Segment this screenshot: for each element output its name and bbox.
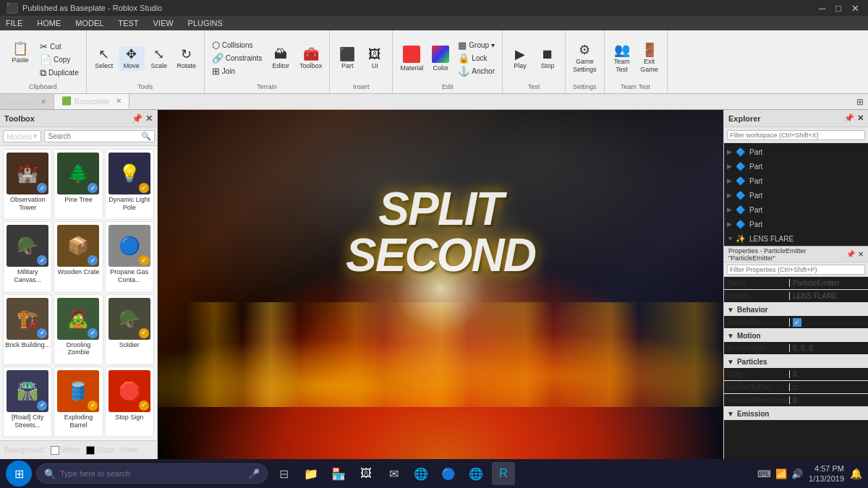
prop-section[interactable]: ▼ Emission [724, 407, 868, 420]
toolbox-item[interactable]: 🛢️ ✓ Exploding Barrel [54, 367, 103, 437]
tree-expand-icon[interactable]: ▶ [727, 221, 736, 228]
menu-test[interactable]: TEST [115, 19, 141, 27]
toolbox-pin-icon[interactable]: 📌 [132, 114, 142, 124]
toolbox-item[interactable]: 🛣️ ✓ [Road] City Streets... [3, 367, 52, 437]
team-test-button[interactable]: 👥 TeamTest [609, 42, 635, 75]
tree-expand-icon[interactable]: ▶ [727, 206, 736, 213]
editor-button[interactable]: 🏔 Editor [268, 46, 294, 71]
ui-button[interactable]: 🖼 UI [362, 46, 388, 71]
anchor-button[interactable]: ⚓ Anchor [455, 65, 498, 77]
copy-button[interactable]: 📄 Copy [37, 53, 82, 66]
expand-icon[interactable]: ⊞ [856, 97, 864, 107]
volume-icon[interactable]: 🔊 [791, 468, 803, 479]
color-button[interactable]: Color [427, 44, 454, 73]
duplicate-button[interactable]: ⧉ Duplicate [37, 67, 82, 80]
tree-item[interactable]: ▼ ✨ LENS FLARE [724, 231, 868, 246]
toolbox-tab-close[interactable]: ✕ [41, 98, 46, 106]
start-button[interactable]: ⊞ [6, 461, 32, 487]
explorer-filter-input[interactable] [727, 130, 865, 140]
toolbox-item[interactable]: 🏗️ ✓ Brick Building... [3, 294, 52, 365]
bg-black-option[interactable]: Black [86, 446, 114, 455]
tree-expand-icon[interactable]: ▼ [727, 235, 736, 242]
minimize-button[interactable]: ─ [816, 3, 828, 14]
props-filter-input[interactable] [727, 265, 865, 275]
paste-button[interactable]: 📋 Paste [4, 40, 36, 65]
toolbox-item[interactable]: 🧟 ✓ Drooling Zombie [54, 294, 103, 365]
mail-icon[interactable]: ✉ [382, 462, 405, 485]
props-pin-icon[interactable]: 📌 [846, 250, 855, 258]
menu-model[interactable]: MODEL [72, 19, 106, 27]
prop-section[interactable]: ▼ Particles [724, 355, 868, 368]
join-button[interactable]: ⊞ Join [209, 65, 265, 77]
lock-button[interactable]: 🔒 Lock [455, 52, 498, 64]
task-view-icon[interactable]: ⊟ [272, 462, 295, 485]
game-settings-button[interactable]: ⚙ GameSettings [570, 42, 600, 75]
scale-button[interactable]: ⤡ Scale [146, 46, 172, 71]
baseplate-tab[interactable]: 🟩 Baseplate ✕ [54, 94, 129, 109]
taskbar-search-input[interactable] [60, 469, 244, 478]
clock[interactable]: 4:57 PM 1/13/2019 [809, 463, 844, 484]
tree-expand-icon[interactable]: ▶ [727, 148, 736, 155]
toolbox-item[interactable]: 🛑 ✓ Stop Sign [105, 367, 154, 437]
toolbox-item[interactable]: 🔵 ✓ Propane Gas Conta... [105, 221, 154, 292]
cut-button[interactable]: ✂ Cut [37, 40, 82, 53]
photos-icon[interactable]: 🖼 [354, 462, 378, 485]
taskbar-search[interactable]: 🔍 🎤 [36, 463, 268, 484]
collisions-button[interactable]: ⬡ Collisions [209, 39, 265, 51]
toolbox-item[interactable]: 🏰 ✓ Observation Tower [3, 149, 52, 220]
menu-view[interactable]: VIEW [150, 19, 176, 27]
toolbox-item[interactable]: 🪖 ✓ Soldier [105, 294, 154, 365]
close-button[interactable]: ✕ [848, 3, 862, 14]
tree-item[interactable]: ▶ 🔷 Part [724, 159, 868, 174]
tree-expand-icon[interactable]: ▶ [727, 192, 736, 199]
tree-expand-icon[interactable]: ▶ [727, 163, 736, 170]
file-explorer-icon[interactable]: 📁 [299, 462, 323, 485]
group-button[interactable]: ▦ Group ▾ [455, 39, 498, 51]
stop-button[interactable]: ⏹ Stop [535, 46, 561, 71]
tree-item[interactable]: ▶ 🔷 Part [724, 188, 868, 202]
props-close-icon[interactable]: ✕ [858, 250, 864, 258]
move-button[interactable]: ✥ Move [119, 46, 145, 71]
tree-item[interactable]: ▶ 🔷 Part [724, 217, 868, 231]
play-button[interactable]: ▶ Play [507, 46, 533, 71]
bg-none-option[interactable]: None [120, 446, 137, 454]
roblox-taskbar-icon[interactable]: R [492, 462, 515, 485]
prop-section[interactable]: ▼ Behavior [724, 303, 868, 316]
tree-item[interactable]: ▶ 🔷 Part [724, 145, 868, 159]
toolbox-item[interactable]: 📦 ✓ Wooden Crate [54, 221, 103, 292]
store-icon[interactable]: 🏪 [327, 462, 350, 485]
tree-item[interactable]: ▶ 🔷 Part [724, 202, 868, 217]
models-dropdown[interactable]: Models ▾ [3, 130, 41, 142]
menu-home[interactable]: HOME [34, 19, 64, 27]
bg-white-option[interactable]: White [51, 446, 80, 455]
material-button[interactable]: Material [397, 44, 426, 73]
prop-section[interactable]: ▼ Motion [724, 329, 868, 342]
toolbox-close-icon[interactable]: ✕ [145, 114, 153, 124]
network-status-icon[interactable]: 📶 [775, 468, 787, 479]
rotate-button[interactable]: ↻ Rotate [174, 46, 200, 71]
menu-plugins[interactable]: PLUGINS [185, 19, 226, 27]
toolbox-item[interactable]: 🌲 ✓ Pine Tree [54, 149, 103, 220]
tree-expand-icon[interactable]: ▶ [727, 177, 736, 184]
maximize-button[interactable]: □ [833, 3, 844, 14]
part-button[interactable]: ⬛ Part [334, 46, 360, 71]
toolbox-item[interactable]: 💡 ✓ Dynamic Light Pole [105, 149, 154, 220]
exit-game-button[interactable]: 🚪 ExitGame [637, 42, 663, 75]
viewport[interactable]: SPLIT SECOND [158, 110, 723, 459]
constraints-button[interactable]: 🔗 Constraints [209, 52, 265, 64]
network-icon[interactable]: 🌐 [464, 462, 488, 485]
explorer-pin-icon[interactable]: 📌 [844, 114, 854, 123]
menu-file[interactable]: FILE [3, 19, 25, 27]
ie-icon[interactable]: 🌐 [409, 462, 433, 485]
explorer-close-icon[interactable]: ✕ [857, 114, 864, 123]
toolbox-ribbon-button[interactable]: 🧰 Toolbox [297, 46, 325, 71]
search-input[interactable] [48, 132, 140, 140]
toolbox-item[interactable]: 🪖 ✓ Military Canvas... [3, 221, 52, 292]
prop-value[interactable]: ✓ [789, 318, 868, 327]
select-button[interactable]: ↖ Select [91, 46, 117, 71]
notification-icon[interactable]: 🔔 [850, 468, 862, 479]
toolbox-tab[interactable]: Toolbox ✕ [0, 94, 54, 109]
baseplate-tab-close[interactable]: ✕ [116, 97, 122, 105]
chrome-icon[interactable]: 🔵 [437, 462, 460, 485]
tree-item[interactable]: ▶ 🔷 Part [724, 174, 868, 188]
